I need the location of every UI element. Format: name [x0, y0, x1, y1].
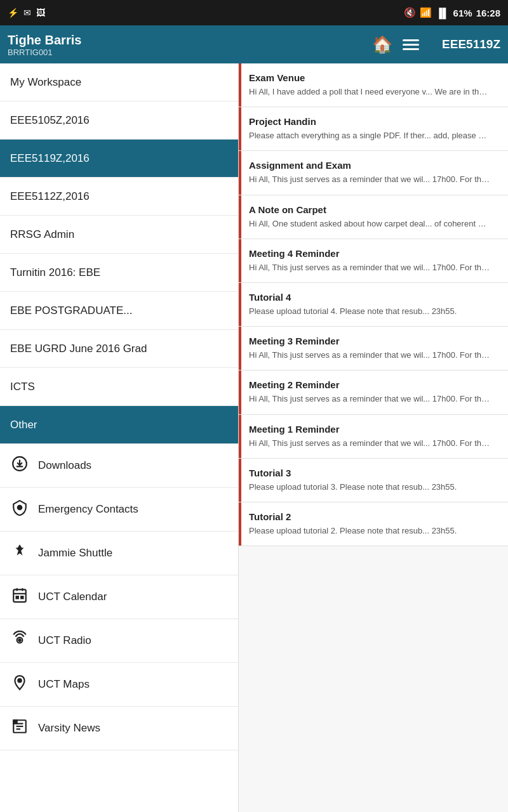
sidebar-label-eee5119z: EEE5119Z,2016	[10, 152, 90, 165]
svg-point-9	[18, 639, 20, 641]
content-item-meeting-1-reminder[interactable]: Meeting 1 Reminder Hi All, This just ser…	[239, 415, 508, 459]
sidebar-item-uct-calendar[interactable]: UCT Calendar	[0, 575, 238, 619]
header-userid: BRRTIG001	[8, 48, 372, 57]
sidebar-label-icts: ICTS	[10, 381, 35, 393]
radio-icon	[10, 631, 29, 651]
sidebar: My Workspace EEE5105Z,2016 EEE5119Z,2016…	[0, 63, 239, 812]
sidebar-item-uct-radio[interactable]: UCT Radio	[0, 619, 238, 663]
sidebar-item-ebe-ugrd[interactable]: EBE UGRD June 2016 Grad	[0, 330, 238, 368]
sidebar-label-turnitin: Turnitin 2016: EBE	[10, 266, 100, 279]
sidebar-item-rrsg-admin[interactable]: RRSG Admin	[0, 216, 238, 254]
content-desc-meeting-1-reminder: Hi All, This just serves as a reminder t…	[249, 438, 490, 449]
status-right-icons: 🔇 📶 ▐▌ 61% 16:28	[404, 7, 500, 18]
svg-rect-6	[17, 596, 18, 598]
shuttle-icon	[10, 543, 29, 563]
status-left-icons: ⚡ ✉ 🖼	[8, 8, 45, 18]
content-desc-meeting-3-reminder: Hi All, This just serves as a reminder t…	[249, 350, 490, 361]
header-user-info: Tighe Barris BRRTIG001	[8, 32, 372, 57]
svg-point-1	[18, 506, 22, 510]
content-title-meeting-1-reminder: Meeting 1 Reminder	[249, 424, 498, 435]
header-icons: 🏠 EEE5119Z	[372, 35, 500, 55]
main-layout: My Workspace EEE5105Z,2016 EEE5119Z,2016…	[0, 63, 508, 812]
sidebar-label-uct-calendar: UCT Calendar	[38, 591, 107, 603]
download-icon	[10, 455, 29, 476]
content-title-project-handin: Project Handin	[249, 116, 498, 127]
sidebar-label-uct-radio: UCT Radio	[38, 634, 91, 647]
content-item-tutorial-3[interactable]: Tutorial 3 Please upload tutorial 3. Ple…	[239, 459, 508, 502]
sidebar-item-jammie-shuttle[interactable]: Jammie Shuttle	[0, 532, 238, 575]
svg-rect-15	[13, 720, 17, 723]
header-course-title: EEE5119Z	[442, 37, 500, 51]
home-icon[interactable]: 🏠	[372, 35, 392, 55]
sidebar-label-downloads: Downloads	[38, 459, 91, 472]
header-username: Tighe Barris	[8, 32, 372, 48]
content-title-meeting-3-reminder: Meeting 3 Reminder	[249, 336, 498, 346]
content-title-a-note-on-carpet: A Note on Carpet	[249, 204, 498, 215]
sidebar-label-ebe-ugrd: EBE UGRD June 2016 Grad	[10, 343, 147, 355]
content-title-tutorial-3: Tutorial 3	[249, 468, 498, 478]
sidebar-item-ebe-postgraduate[interactable]: EBE POSTGRADUATE...	[0, 292, 238, 330]
sidebar-item-emergency-contacts[interactable]: Emergency Contacts	[0, 488, 238, 532]
content-desc-tutorial-3: Please upload tutorial 3. Please note th…	[249, 481, 490, 493]
sidebar-label-eee5112z: EEE5112Z,2016	[10, 190, 90, 203]
content-desc-project-handin: Please attach everything as a single PDF…	[249, 130, 490, 141]
content-item-a-note-on-carpet[interactable]: A Note on Carpet Hi All, One student ask…	[239, 195, 508, 239]
sidebar-item-icts[interactable]: ICTS	[0, 368, 238, 406]
svg-rect-2	[13, 589, 26, 602]
sidebar-label-emergency-contacts: Emergency Contacts	[38, 503, 138, 516]
sidebar-label-uct-maps: UCT Maps	[38, 678, 90, 691]
sidebar-item-eee5112z[interactable]: EEE5112Z,2016	[0, 178, 238, 216]
emergency-icon	[10, 499, 29, 520]
content-desc-meeting-2-reminder: Hi All, This just serves as a reminder t…	[249, 393, 490, 405]
content-panel: Exam Venue Hi All, I have added a poll t…	[239, 63, 508, 812]
content-item-tutorial-2[interactable]: Tutorial 2 Please upload tutorial 2. Ple…	[239, 502, 508, 546]
battery-label: 61%	[453, 8, 472, 18]
time-label: 16:28	[476, 8, 500, 18]
sidebar-item-my-workspace[interactable]: My Workspace	[0, 63, 238, 102]
news-icon	[10, 718, 29, 738]
content-item-meeting-2-reminder[interactable]: Meeting 2 Reminder Hi All, This just ser…	[239, 370, 508, 414]
sidebar-label-varsity-news: Varsity News	[38, 722, 100, 735]
sidebar-item-varsity-news[interactable]: Varsity News	[0, 707, 238, 750]
sidebar-label-ebe-postgraduate: EBE POSTGRADUATE...	[10, 304, 132, 317]
content-item-meeting-4-reminder[interactable]: Meeting 4 Reminder Hi All, This just ser…	[239, 239, 508, 283]
sidebar-item-uct-maps[interactable]: UCT Maps	[0, 663, 238, 707]
menu-icon[interactable]	[403, 39, 419, 50]
sidebar-label-other: Other	[10, 419, 37, 431]
content-desc-assignment-and-exam: Hi All, This just serves as a reminder t…	[249, 174, 490, 185]
content-item-meeting-3-reminder[interactable]: Meeting 3 Reminder Hi All, This just ser…	[239, 327, 508, 370]
usb-icon: ⚡	[8, 8, 18, 18]
app-header: Tighe Barris BRRTIG001 🏠 EEE5119Z	[0, 25, 508, 63]
calendar-icon	[10, 587, 29, 607]
svg-point-10	[18, 679, 21, 682]
content-title-tutorial-4: Tutorial 4	[249, 292, 498, 303]
content-desc-a-note-on-carpet: Hi All, One student asked about how carp…	[249, 218, 490, 230]
content-item-exam-venue[interactable]: Exam Venue Hi All, I have added a poll t…	[239, 63, 508, 107]
content-title-tutorial-2: Tutorial 2	[249, 511, 498, 522]
content-desc-tutorial-2: Please upload tutorial 2. Please note th…	[249, 525, 490, 537]
image-icon: 🖼	[36, 8, 45, 18]
status-bar: ⚡ ✉ 🖼 🔇 📶 ▐▌ 61% 16:28	[0, 0, 508, 25]
content-desc-meeting-4-reminder: Hi All, This just serves as a reminder t…	[249, 262, 490, 273]
maps-icon	[10, 674, 29, 695]
sidebar-section-other: Other	[0, 406, 238, 444]
content-title-assignment-and-exam: Assignment and Exam	[249, 160, 498, 171]
sidebar-item-downloads[interactable]: Downloads	[0, 444, 238, 488]
content-item-tutorial-4[interactable]: Tutorial 4 Please upload tutorial 4. Ple…	[239, 283, 508, 327]
sidebar-label-rrsg-admin: RRSG Admin	[10, 228, 74, 241]
sidebar-item-eee5119z[interactable]: EEE5119Z,2016	[0, 140, 238, 178]
mute-icon: 🔇	[404, 7, 416, 18]
svg-rect-7	[21, 596, 23, 598]
content-item-project-handin[interactable]: Project Handin Please attach everything …	[239, 107, 508, 151]
sidebar-item-turnitin[interactable]: Turnitin 2016: EBE	[0, 254, 238, 292]
sidebar-item-eee5105z[interactable]: EEE5105Z,2016	[0, 102, 238, 140]
content-desc-tutorial-4: Please upload tutorial 4. Please note th…	[249, 306, 490, 317]
content-title-meeting-4-reminder: Meeting 4 Reminder	[249, 248, 498, 259]
sms-icon: ✉	[23, 8, 31, 18]
content-title-meeting-2-reminder: Meeting 2 Reminder	[249, 379, 498, 390]
sidebar-label-jammie-shuttle: Jammie Shuttle	[38, 547, 112, 560]
content-desc-exam-venue: Hi All, I have added a poll that I need …	[249, 86, 490, 98]
content-item-assignment-and-exam[interactable]: Assignment and Exam Hi All, This just se…	[239, 151, 508, 195]
signal-icon: ▐▌	[436, 8, 449, 18]
sidebar-label-eee5105z: EEE5105Z,2016	[10, 114, 90, 127]
